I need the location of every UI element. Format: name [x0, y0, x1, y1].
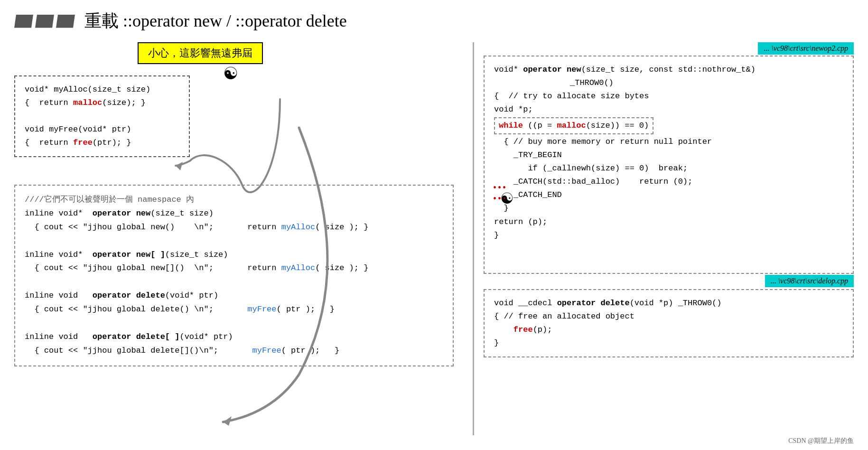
- file-label-1: ... \vc98\crt\src\newop2.cpp: [758, 42, 854, 55]
- code-line: { // free an allocated object: [494, 310, 843, 323]
- ant-figure-right: ☯: [500, 189, 514, 207]
- code-line: { return malloc(size); }: [25, 96, 179, 110]
- code-line: void *p;: [494, 103, 843, 116]
- left-column: 小心，這影響無遠弗屆 ☯ void* myAlloc(size_t size) …: [14, 42, 463, 435]
- svg-marker-0: [176, 162, 183, 170]
- code-spacer: [25, 234, 443, 248]
- code-line: void* myAlloc(size_t size): [25, 83, 179, 96]
- code-line: { cout << "jjhou global delete[]()\n"; m…: [25, 344, 443, 358]
- right-column: ... \vc98\crt\src\newop2.cpp void* opera…: [484, 42, 854, 435]
- my-alloc-free-box: void* myAlloc(size_t size) { return mall…: [14, 75, 190, 157]
- code-line: inline void operator delete(void* ptr): [25, 289, 443, 303]
- code-line: void myFree(void* ptr): [25, 123, 179, 136]
- code-line: { return free(ptr); }: [25, 136, 179, 150]
- code-line: void __cdecl operator delete(void *p) _T…: [494, 297, 843, 310]
- code-line: [25, 110, 179, 123]
- code-line: _CATCH_END: [494, 188, 843, 202]
- comment-line: ////它們不可以被聲明於一個 namespace 內: [25, 193, 443, 207]
- code-line: }: [494, 337, 843, 350]
- figure-top: ☯: [223, 64, 238, 84]
- right-code-box-1: void* operator new(size_t size, const st…: [484, 56, 854, 274]
- warning-banner: 小心，這影響無遠弗屆: [138, 42, 263, 64]
- code-line: { cout << "jjhou global delete() \n"; my…: [25, 303, 443, 317]
- svg-marker-1: [223, 416, 232, 426]
- code-line: inline void* operator new(size_t size): [25, 207, 443, 221]
- footer-credit: CSDN @期望上岸的鱼: [788, 437, 854, 445]
- page-container: 重載 ::operator new / ::operator delete 小心…: [0, 0, 868, 450]
- right-code-box-2: void __cdecl operator delete(void *p) _T…: [484, 289, 854, 357]
- code-line: _CATCH(std::bad_alloc) return (0);: [494, 175, 843, 188]
- while-line: while ((p = malloc(size)) == 0): [494, 117, 653, 134]
- icon-block-2: [35, 15, 54, 28]
- code-line: free(p);: [494, 323, 843, 337]
- main-layout: 小心，這影響無遠弗屆 ☯ void* myAlloc(size_t size) …: [14, 42, 854, 435]
- code-line: return (p);: [494, 216, 843, 229]
- code-line: void* operator new(size_t size, const st…: [494, 63, 843, 76]
- title-text: 重載 ::operator new / ::operator delete: [84, 11, 347, 30]
- icon-block-1: [14, 15, 33, 28]
- code-line: }: [494, 229, 843, 242]
- code-line: { cout << "jjhou global new() \n"; retur…: [25, 221, 443, 234]
- icon-block-3: [56, 15, 75, 28]
- code-spacer: [25, 275, 443, 289]
- left-main-code: ////它們不可以被聲明於一個 namespace 內 inline void*…: [14, 185, 454, 366]
- code-line: inline void operator delete[ ](void* ptr…: [25, 330, 443, 344]
- code-line: if (_callnewh(size) == 0) break;: [494, 162, 843, 175]
- header: 重載 ::operator new / ::operator delete: [14, 9, 854, 33]
- code-line: { cout << "jjhou global new[]() \n"; ret…: [25, 262, 443, 275]
- code-line: _TRY_BEGIN: [494, 149, 843, 162]
- code-line: { // try to allocate size bytes: [494, 90, 843, 103]
- header-icons: [14, 15, 75, 28]
- code-line: _THROW0(): [494, 76, 843, 90]
- file-label-2: ... \vc98\crt\src\delop.cpp: [765, 275, 854, 287]
- code-line: { // buy more memory or return null poin…: [494, 135, 843, 149]
- code-line: }: [494, 202, 843, 215]
- code-spacer: [25, 317, 443, 330]
- code-line: inline void* operator new[ ](size_t size…: [25, 248, 443, 262]
- page-title: 重載 ::operator new / ::operator delete: [84, 9, 347, 33]
- column-divider: [473, 42, 474, 435]
